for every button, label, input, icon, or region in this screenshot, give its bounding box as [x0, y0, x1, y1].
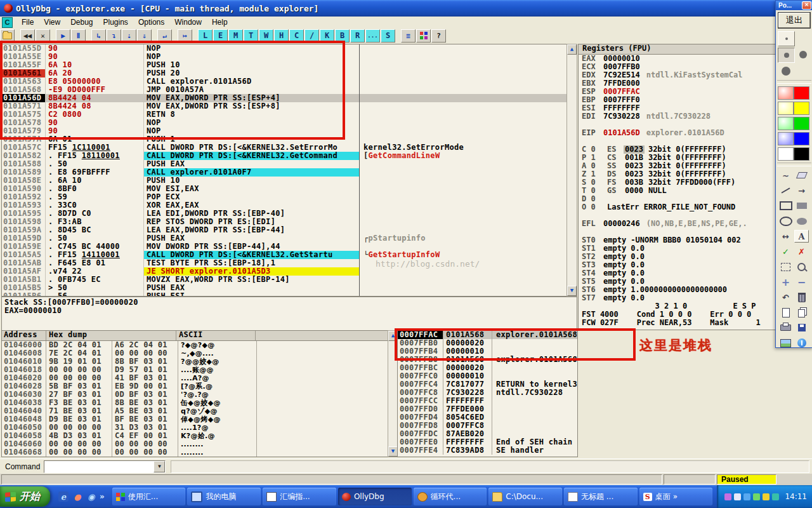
disasm-row[interactable]: 0101A5718B4424 08MOV EAX,DWORD PTR SS:[E…	[2, 102, 567, 110]
scroll-up-button[interactable]: ▲	[567, 44, 577, 55]
pane-button-T[interactable]: T	[244, 29, 258, 43]
execute-till-return-button[interactable]: ↵	[157, 29, 172, 43]
save-tool[interactable]	[794, 321, 809, 335]
pen-tool[interactable]: ~	[778, 168, 794, 182]
brush-small-button[interactable]	[778, 31, 795, 46]
tray-icon-5[interactable]	[763, 493, 769, 500]
pane-button-S[interactable]: S	[381, 29, 395, 43]
task-xunhuandai[interactable]: 循环代...	[414, 488, 487, 505]
new-tool[interactable]	[778, 305, 794, 319]
exit-button[interactable]: 退出	[778, 12, 811, 29]
disasm-row[interactable]: 0101A5AF.v74 22JE SHORT explorer.0101A5D…	[2, 267, 567, 276]
pane-button-slash[interactable]: /	[304, 29, 319, 43]
disasm-row[interactable]: 0101A59A. 8D45 BCLEA EAX,DWORD PTR SS:[E…	[2, 226, 567, 234]
color-swatch-3-0[interactable]	[778, 131, 794, 145]
disasm-row[interactable]: 0101A5B5> 50PUSH EAX	[2, 284, 567, 292]
quicklaunch-app2[interactable]: ●	[72, 491, 82, 502]
color-swatch-1-0[interactable]	[778, 101, 794, 115]
menu-options[interactable]: Options	[133, 17, 169, 28]
menu-view[interactable]: View	[39, 17, 65, 28]
disasm-row[interactable]: 0101A59D. 50PUSH EAX┌pStartupinfo	[2, 234, 567, 243]
task-mycomputer[interactable]: 我的电脑	[187, 488, 261, 505]
eraser-tool[interactable]	[794, 168, 809, 182]
animate-over-button[interactable]: ⇓	[137, 29, 152, 43]
dump-row[interactable]: 0104606800 00 00 0000 00 00 00........	[2, 448, 388, 457]
rectangle-tool[interactable]	[778, 199, 794, 213]
pane-button-B[interactable]: B	[335, 29, 350, 43]
menu-debug[interactable]: Debug	[65, 17, 98, 28]
color-swatch-2-0[interactable]	[778, 116, 794, 130]
scroll-up-button[interactable]: ▲	[388, 331, 398, 341]
brush-medium-button[interactable]	[778, 48, 795, 63]
copy-tool[interactable]	[794, 305, 809, 319]
scroll-down-button[interactable]: ▼	[567, 286, 577, 296]
tray-icon-6[interactable]	[772, 493, 779, 500]
disasm-row[interactable]: 0101A57990NOP	[2, 127, 567, 135]
menu-file[interactable]: File	[16, 17, 39, 28]
task-desktop[interactable]: S桌面»	[639, 488, 713, 505]
brush-large-button[interactable]	[795, 48, 811, 62]
disasm-row[interactable]: 0101A592. 59POP ECX	[2, 193, 567, 201]
confirm-tool[interactable]: ✓	[778, 244, 794, 258]
pane-button-M[interactable]: M	[228, 29, 243, 43]
disasm-row[interactable]: 0101A59E. C745 BC 44000MOV DWORD PTR SS:…	[2, 243, 567, 251]
close-icon[interactable]: ✕	[802, 1, 811, 10]
trash-tool[interactable]	[794, 290, 809, 304]
print-tool[interactable]	[778, 321, 794, 335]
info-tool[interactable]	[794, 336, 809, 350]
pane-button-K[interactable]: K	[320, 29, 334, 43]
pane-button-C[interactable]: C	[289, 29, 304, 43]
disasm-row[interactable]: 0101A575C2 0800RETN 8	[2, 110, 567, 119]
chevron-down-icon[interactable]: ▼	[154, 461, 165, 472]
disasm-row[interactable]: 0101A5B1. 0FB745 ECMOVZX EAX,WORD PTR SS…	[2, 276, 567, 284]
breakpoints-button[interactable]	[416, 29, 431, 43]
disasm-row[interactable]: 0101A55F6A 10PUSH 10	[2, 61, 567, 69]
menu-help[interactable]: Help	[207, 17, 233, 28]
pane-button-E[interactable]: E	[213, 29, 228, 43]
disasm-row[interactable]: 0101A582. FF15 18110001CALL DWORD PTR DS…	[2, 152, 567, 160]
disasm-row[interactable]: 0101A57890NOP	[2, 119, 567, 127]
task-cdocu[interactable]: C:\Docu...	[488, 488, 562, 505]
tray-icon-2[interactable]	[734, 493, 741, 500]
pane-button-R[interactable]: R	[350, 29, 365, 43]
disasm-row[interactable]: 0101A55E90NOP	[2, 53, 567, 61]
zoom-out-tool[interactable]: −	[794, 275, 809, 289]
dump-pane[interactable]: Address Hex dump ASCII 01046000BD 2C 04 …	[1, 330, 389, 457]
titlebar[interactable]: OllyDbg - explorer.exe - [CPU - main thr…	[0, 0, 812, 17]
disasm-row[interactable]: 0101A598. F3:ABREP STOS DWORD PTR ES:[ED…	[2, 218, 567, 226]
disasm-row[interactable]: 0101A55D90NOP	[2, 44, 567, 53]
tray-icon-4[interactable]	[753, 493, 760, 500]
disasm-row[interactable]: 0101A5A5. FF15 14110001CALL DWORD PTR DS…	[2, 251, 567, 259]
annotation-palette[interactable]: Po... ✕ 退出 ~→↔A✓✗+−↶	[775, 0, 812, 348]
filled-rectangle-tool[interactable]	[794, 199, 809, 213]
brush-xlarge-button[interactable]	[778, 64, 794, 78]
task-huibianzhi[interactable]: 汇编指...	[263, 488, 336, 505]
quicklaunch-browser[interactable]: ◉	[86, 491, 96, 502]
disasm-row[interactable]: 0101A5616A 20PUSH 20	[2, 69, 567, 77]
tray-icon-3[interactable]	[743, 493, 750, 500]
disasm-row[interactable]: 0101A57A6A 01PUSH 1	[2, 135, 567, 144]
task-wubiaoti[interactable]: 无标题 ...	[564, 488, 638, 505]
close-button[interactable]: ✕	[36, 29, 50, 43]
task-ollydbg[interactable]: OllyDbg	[338, 488, 412, 505]
disasm-row[interactable]: 0101A57CFF15 1C110001CALL DWORD PTR DS:[…	[2, 144, 567, 152]
run-button[interactable]: ▶	[56, 29, 70, 43]
pause-button[interactable]: Ⅱ	[71, 29, 86, 43]
disasm-row[interactable]: 0101A588. 50PUSH EAX	[2, 160, 567, 168]
stack-pane[interactable]: 0007FFAC0101A568explorer.0101A5680007FFB…	[397, 330, 578, 457]
zoom-in-tool[interactable]: +	[778, 275, 794, 289]
mdi-child-icon[interactable]: C	[2, 17, 13, 28]
color-swatch-4-1[interactable]	[794, 147, 809, 161]
pane-button-H[interactable]: H	[274, 29, 289, 43]
disasm-row[interactable]: 0101A589. E8 69FBFFFFCALL explorer.0101A…	[2, 168, 567, 177]
color-swatch-0-1[interactable]	[794, 86, 809, 100]
menu-window[interactable]: Window	[169, 17, 207, 28]
disassembly-pane[interactable]: 0101A55D90NOP0101A55E90NOP0101A55F6A 10P…	[1, 44, 568, 297]
magnifier-tool[interactable]	[794, 260, 809, 274]
step-into-button[interactable]: ↳	[91, 29, 106, 43]
command-input[interactable]	[44, 461, 154, 472]
open-button[interactable]	[0, 29, 15, 43]
go-to-address-button[interactable]: ↦	[178, 29, 192, 43]
task-shiyonghui[interactable]: 使用汇...	[112, 488, 186, 505]
disasm-row[interactable]: 0101A568-E9 0D000FFFJMP 0010A57A	[2, 86, 567, 94]
